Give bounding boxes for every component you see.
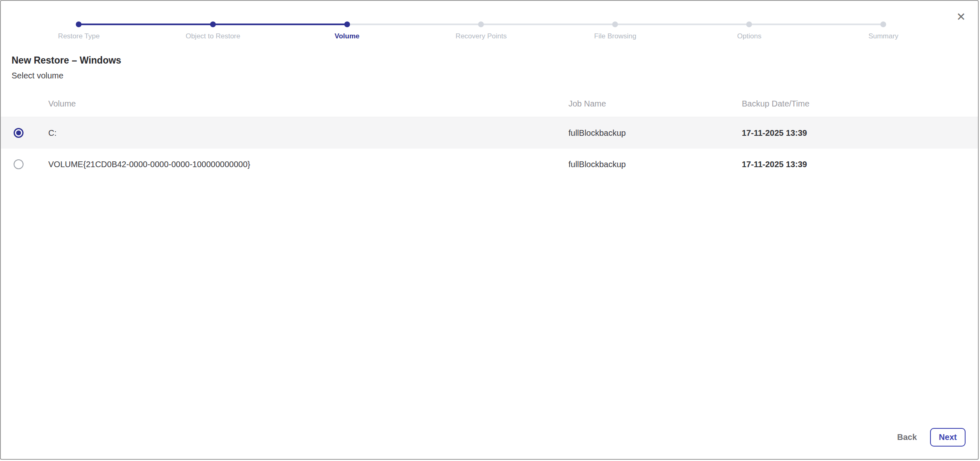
step-summary[interactable]: Summary <box>869 21 899 40</box>
wizard-stepper: Restore Type Object to Restore Volume Re… <box>79 1 883 42</box>
step-dot <box>76 21 82 27</box>
step-dot <box>746 21 752 27</box>
step-dot <box>344 21 350 27</box>
step-dot <box>210 21 216 27</box>
new-restore-dialog: Restore Type Object to Restore Volume Re… <box>0 0 979 460</box>
step-label: Summary <box>869 32 899 40</box>
step-restore-type[interactable]: Restore Type <box>58 21 100 40</box>
cell-volume: VOLUME{21CD0B42-0000-0000-0000-100000000… <box>1 160 568 169</box>
step-options[interactable]: Options <box>737 21 762 40</box>
radio-unselected-icon[interactable] <box>14 159 24 169</box>
dialog-footer: Back Next <box>895 428 966 447</box>
cell-volume: C: <box>1 128 568 138</box>
step-dot <box>612 21 618 27</box>
column-header-volume: Volume <box>1 99 568 109</box>
cell-backup-datetime: 17-11-2025 13:39 <box>742 128 978 138</box>
step-file-browsing[interactable]: File Browsing <box>594 21 636 40</box>
step-label: File Browsing <box>594 32 636 40</box>
step-volume[interactable]: Volume <box>335 21 360 40</box>
step-label: Recovery Points <box>456 32 507 40</box>
step-label: Options <box>737 32 762 40</box>
table-header-row: Volume Job Name Backup Date/Time <box>1 91 978 117</box>
step-dot <box>881 21 886 27</box>
page-subtitle: Select volume <box>12 71 64 80</box>
cell-job-name: fullBlockbackup <box>568 128 742 138</box>
column-header-job-name: Job Name <box>568 99 742 109</box>
volume-table: Volume Job Name Backup Date/Time C: full… <box>1 91 978 180</box>
back-button[interactable]: Back <box>895 429 918 445</box>
column-header-backup-datetime: Backup Date/Time <box>742 99 978 109</box>
step-label: Object to Restore <box>186 32 240 40</box>
close-icon[interactable]: ✕ <box>954 10 968 24</box>
page-title: New Restore – Windows <box>12 55 121 66</box>
cell-job-name: fullBlockbackup <box>568 160 742 169</box>
table-row[interactable]: C: fullBlockbackup 17-11-2025 13:39 <box>1 117 978 149</box>
table-row[interactable]: VOLUME{21CD0B42-0000-0000-0000-100000000… <box>1 149 978 180</box>
step-label: Volume <box>335 32 360 40</box>
step-label: Restore Type <box>58 32 100 40</box>
step-dot <box>478 21 484 27</box>
step-recovery-points[interactable]: Recovery Points <box>456 21 507 40</box>
next-button[interactable]: Next <box>930 428 966 447</box>
step-object-to-restore[interactable]: Object to Restore <box>186 21 240 40</box>
radio-selected-icon[interactable] <box>14 128 24 138</box>
cell-backup-datetime: 17-11-2025 13:39 <box>742 160 978 169</box>
